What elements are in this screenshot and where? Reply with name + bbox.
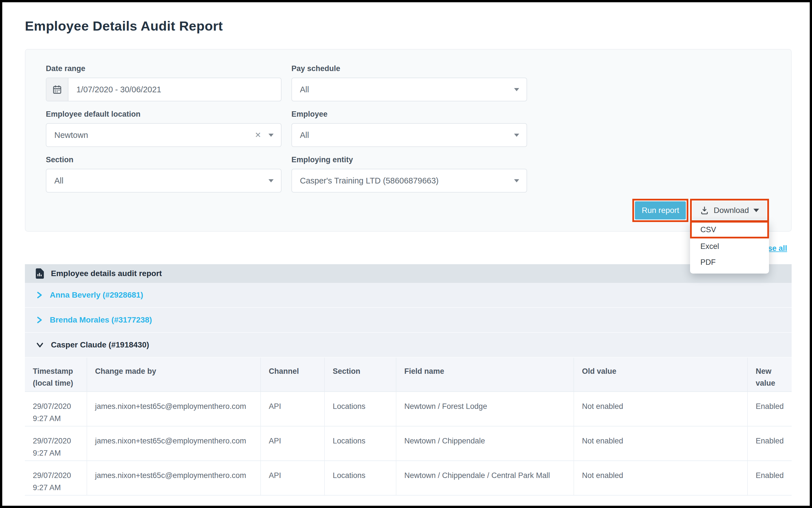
cell-old-value: Not enabled: [574, 392, 748, 426]
chevron-down-icon: [269, 134, 274, 137]
download-annotation: Download CSV Excel PDF: [690, 199, 769, 222]
col-changed-by: Change made by: [87, 357, 260, 392]
employee-label: Employee: [291, 110, 527, 119]
menu-item-csv[interactable]: CSV: [690, 221, 769, 239]
col-old-value: Old value: [574, 357, 748, 392]
date-range-label: Date range: [46, 64, 282, 73]
app-window: Employee Details Audit Report Date range: [0, 0, 812, 508]
cell-channel: API: [260, 461, 325, 495]
table-row: 29/07/2020 9:27 AM james.nixon+test65c@e…: [25, 392, 792, 426]
report-header-title: Employee details audit report: [51, 269, 162, 278]
cell-old-value: Not enabled: [574, 426, 748, 461]
run-report-button[interactable]: Run report: [635, 201, 686, 219]
field-section: Section All: [46, 156, 282, 193]
pay-schedule-label: Pay schedule: [291, 64, 527, 73]
employee-name: Casper Claude (#1918430): [51, 340, 149, 349]
cell-section: Locations: [325, 392, 396, 426]
report-actions: Run report Download CSV Excel PDF: [632, 199, 769, 222]
menu-item-pdf[interactable]: PDF: [690, 254, 769, 270]
chevron-right-icon: [36, 291, 42, 299]
cell-changed-by: james.nixon+test65c@employmenthero.com: [87, 392, 260, 426]
chevron-down-icon: [514, 134, 519, 137]
employee-row-casper[interactable]: Casper Claude (#1918430): [25, 333, 792, 357]
chevron-down-icon: [514, 179, 519, 182]
chevron-right-icon: [36, 316, 42, 324]
field-pay-schedule: Pay schedule All: [291, 64, 527, 101]
table-header-row: Timestamp (local time) Change made by Ch…: [25, 357, 792, 392]
cell-channel: API: [260, 392, 325, 426]
cell-new-value: Enabled: [748, 461, 792, 495]
cell-field-name: Newtown / Forest Lodge: [396, 392, 574, 426]
chevron-down-icon: [514, 88, 519, 91]
calendar-icon: [46, 78, 68, 101]
cell-new-value: Enabled: [748, 392, 792, 426]
employee-default-location-value: Newtown: [46, 131, 88, 140]
report-document-icon: [35, 268, 44, 279]
employee-default-location-select[interactable]: Newtown ✕: [46, 123, 282, 147]
section-label: Section: [46, 156, 282, 164]
table-row: 29/07/2020 9:27 AM james.nixon+test65c@e…: [25, 461, 792, 495]
col-new-value: New value: [748, 357, 792, 392]
pay-schedule-value: All: [292, 85, 309, 94]
col-field-name: Field name: [396, 357, 574, 392]
download-icon: [700, 206, 709, 215]
section-select[interactable]: All: [46, 169, 282, 193]
clear-icon[interactable]: ✕: [255, 131, 261, 140]
chevron-down-icon: [36, 342, 44, 348]
employee-name: Brenda Morales (#3177238): [50, 315, 152, 325]
download-button-label: Download: [714, 206, 749, 215]
run-report-annotation: Run report: [632, 199, 688, 222]
section-value: All: [46, 176, 63, 185]
employee-row-brenda[interactable]: Brenda Morales (#3177238): [25, 308, 792, 333]
chevron-down-icon: [269, 179, 274, 182]
cell-channel: API: [260, 426, 325, 461]
cell-field-name: Newtown / Chippendale: [396, 426, 574, 461]
field-date-range: Date range: [46, 64, 282, 101]
date-range-value: 1/07/2020 - 30/06/2021: [68, 85, 161, 94]
download-menu: CSV Excel PDF: [690, 221, 769, 273]
field-employee-default-location: Employee default location Newtown ✕: [46, 110, 282, 147]
date-range-input[interactable]: 1/07/2020 - 30/06/2021: [46, 78, 282, 101]
employee-select[interactable]: All: [291, 123, 527, 147]
cell-changed-by: james.nixon+test65c@employmenthero.com: [87, 461, 260, 495]
cell-changed-by: james.nixon+test65c@employmenthero.com: [87, 426, 260, 461]
col-channel: Channel: [260, 357, 325, 392]
cell-section: Locations: [325, 461, 396, 495]
cell-old-value: Not enabled: [574, 461, 748, 495]
cell-field-name: Newtown / Chippendale / Central Park Mal…: [396, 461, 574, 495]
table-row: 29/07/2020 9:27 AM james.nixon+test65c@e…: [25, 426, 792, 461]
cell-timestamp: 29/07/2020 9:27 AM: [25, 461, 87, 495]
report-header: Employee details audit report: [25, 264, 792, 283]
pay-schedule-select[interactable]: All: [291, 78, 527, 101]
page-title: Employee Details Audit Report: [25, 18, 223, 34]
filter-panel: Date range: [25, 49, 792, 231]
employing-entity-value: Casper's Training LTD (58606879663): [292, 176, 438, 185]
menu-item-excel[interactable]: Excel: [690, 239, 769, 254]
audit-table: Timestamp (local time) Change made by Ch…: [25, 357, 792, 496]
cell-section: Locations: [325, 426, 396, 461]
col-timestamp: Timestamp (local time): [25, 357, 87, 392]
employee-value: All: [292, 131, 309, 140]
field-employing-entity: Employing entity Casper's Training LTD (…: [291, 156, 527, 193]
employee-name: Anna Beverly (#2928681): [50, 291, 143, 300]
caret-down-icon: [754, 209, 759, 212]
field-employee: Employee All: [291, 110, 527, 147]
employing-entity-select[interactable]: Casper's Training LTD (58606879663): [291, 169, 527, 193]
cell-timestamp: 29/07/2020 9:27 AM: [25, 426, 87, 461]
cell-new-value: Enabled: [748, 426, 792, 461]
cell-timestamp: 29/07/2020 9:27 AM: [25, 392, 87, 426]
report-section: Employee details audit report Anna Bever…: [25, 264, 792, 496]
employing-entity-label: Employing entity: [291, 156, 527, 164]
employee-default-location-label: Employee default location: [46, 110, 282, 119]
col-section: Section: [325, 357, 396, 392]
employee-row-anna[interactable]: Anna Beverly (#2928681): [25, 283, 792, 308]
download-button[interactable]: Download: [692, 201, 766, 219]
